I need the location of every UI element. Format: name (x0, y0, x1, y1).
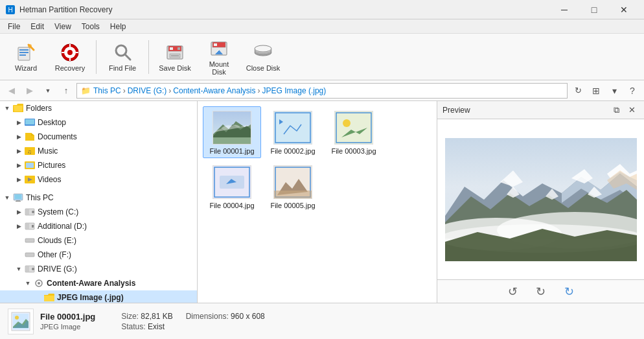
jpeg-image-label: JPEG Image (.jpg) (57, 293, 124, 302)
expand-documents[interactable] (14, 132, 23, 141)
help-button[interactable]: ? (625, 83, 640, 99)
menu-help[interactable]: Help (105, 21, 132, 32)
save-disk-label: Save Disk (159, 64, 191, 72)
up-button[interactable]: ↑ (58, 83, 74, 99)
file-item-5[interactable]: File 00005.jpg (264, 161, 322, 213)
preview-expand-button[interactable]: ⧉ (609, 104, 623, 117)
svg-rect-4 (19, 52, 29, 53)
view-options-button[interactable]: ▾ (606, 83, 622, 99)
svg-rect-20 (214, 43, 217, 46)
menu-view[interactable]: View (49, 21, 76, 32)
tree-item-content-aware[interactable]: Content-Aware Analysis (0, 276, 197, 290)
svg-point-6 (28, 44, 32, 48)
svg-point-24 (255, 45, 271, 52)
file-name-4: File 00004.jpg (209, 202, 254, 209)
maximize-button[interactable]: □ (579, 0, 609, 19)
file-item-2[interactable]: File 00002.jpg (264, 106, 322, 158)
expand-pictures[interactable] (14, 161, 23, 170)
tree-item-clouds-e[interactable]: Clouds (E:) (0, 233, 197, 248)
menu-edit[interactable]: Edit (25, 21, 49, 32)
path-this-pc[interactable]: This PC (93, 86, 121, 95)
wizard-label: Wizard (15, 64, 37, 72)
mount-disk-icon (209, 38, 229, 59)
file-name-2: File 00002.jpg (270, 147, 315, 155)
tree-item-drive-g[interactable]: DRIVE (G:) (0, 262, 197, 276)
clouds-e-icon (25, 235, 35, 246)
svg-rect-15 (178, 47, 180, 50)
this-pc-label: This PC (26, 193, 54, 202)
rotate-180-button[interactable]: ↻ (532, 283, 550, 301)
expand-videos[interactable] (14, 175, 23, 184)
app-icon: H (5, 5, 16, 15)
svg-rect-25 (25, 119, 34, 124)
videos-icon (25, 174, 35, 185)
tree-item-this-pc[interactable]: This PC (0, 191, 197, 205)
menu-file[interactable]: File (3, 21, 25, 32)
save-disk-button[interactable]: Save Disk (154, 38, 196, 76)
tree-item-desktop[interactable]: Desktop (0, 115, 197, 130)
expand-folders[interactable] (3, 104, 12, 113)
svg-line-11 (125, 54, 130, 60)
expand-system-c[interactable] (14, 207, 23, 216)
address-path[interactable]: 📁 This PC › DRIVE (G:) › Content-Aware A… (76, 83, 568, 99)
path-jpeg-image[interactable]: JPEG Image (.jpg) (262, 86, 327, 95)
expand-drive-g[interactable] (14, 264, 23, 274)
status-dimensions-label: Dimensions: (186, 312, 229, 321)
file-item-3[interactable]: File 00003.jpg (325, 106, 383, 158)
rotate-left-button[interactable]: ↻ (503, 283, 522, 301)
svg-rect-3 (19, 49, 29, 51)
path-content-aware[interactable]: Content-Aware Analysis (173, 86, 255, 95)
window-controls: ─ □ ✕ (549, 0, 639, 19)
find-file-button[interactable]: Find File (102, 38, 143, 76)
status-exist-label: Status: (121, 322, 145, 331)
svg-rect-39 (25, 239, 34, 242)
other-f-label: Other (F:) (38, 250, 71, 259)
title-bar: H Hetman Partition Recovery ─ □ ✕ (0, 0, 644, 19)
videos-label: Videos (38, 175, 61, 184)
tree-item-folders[interactable]: Folders (0, 101, 197, 115)
desktop-label: Desktop (38, 118, 66, 127)
expand-content-aware[interactable] (23, 279, 32, 288)
menu-tools[interactable]: Tools (76, 21, 105, 32)
forward-button[interactable]: ▶ (22, 83, 38, 99)
find-file-icon (112, 42, 133, 63)
file-item-4[interactable]: File 00004.jpg (203, 161, 261, 213)
tree-item-pictures[interactable]: Pictures (0, 158, 197, 172)
preview-close-button[interactable]: ✕ (625, 104, 639, 117)
wizard-button[interactable]: Wizard (5, 38, 47, 76)
rotate-right-button[interactable]: ↻ (560, 283, 579, 301)
tree-item-additional-d[interactable]: Additional (D:) (0, 219, 197, 233)
preview-image (445, 138, 637, 261)
additional-d-label: Additional (D:) (38, 222, 87, 231)
svg-rect-49 (213, 137, 251, 144)
path-drive-g[interactable]: DRIVE (G:) (128, 86, 167, 95)
tree-item-documents[interactable]: Documents (0, 130, 197, 144)
refresh-button[interactable]: ↻ (570, 83, 586, 99)
tree-item-music[interactable]: ♫ Music (0, 144, 197, 158)
expand-additional-d[interactable] (14, 222, 23, 231)
documents-label: Documents (38, 132, 77, 141)
expand-desktop[interactable] (14, 118, 23, 127)
close-button[interactable]: ✕ (609, 0, 639, 19)
pictures-icon (25, 160, 35, 170)
svg-rect-53 (335, 111, 373, 144)
back-button[interactable]: ◀ (4, 83, 19, 99)
recovery-button[interactable]: Recovery (49, 38, 91, 76)
file-item-1[interactable]: File 00001.jpg (203, 106, 261, 158)
close-disk-button[interactable]: Close Disk (242, 38, 284, 76)
additional-d-icon (25, 221, 35, 231)
minimize-button[interactable]: ─ (549, 0, 579, 19)
expand-music[interactable] (14, 146, 23, 156)
mount-disk-button[interactable]: Mount Disk (198, 38, 240, 76)
preview-footer: ↻ ↻ ↻ (437, 279, 644, 303)
recent-button[interactable]: ▼ (40, 83, 56, 99)
tree-item-videos[interactable]: Videos (0, 172, 197, 187)
menu-bar: File Edit View Tools Help (0, 19, 644, 34)
status-exist-row: Status: Exist (121, 322, 265, 331)
tree-item-system-c[interactable]: System (C:) (0, 205, 197, 219)
tree-item-jpeg-image[interactable]: JPEG Image (.jpg) (0, 290, 197, 303)
filter-button[interactable]: ⊞ (588, 83, 604, 99)
expand-this-pc[interactable] (3, 193, 12, 202)
svg-rect-40 (25, 253, 34, 257)
tree-item-other-f[interactable]: Other (F:) (0, 248, 197, 262)
